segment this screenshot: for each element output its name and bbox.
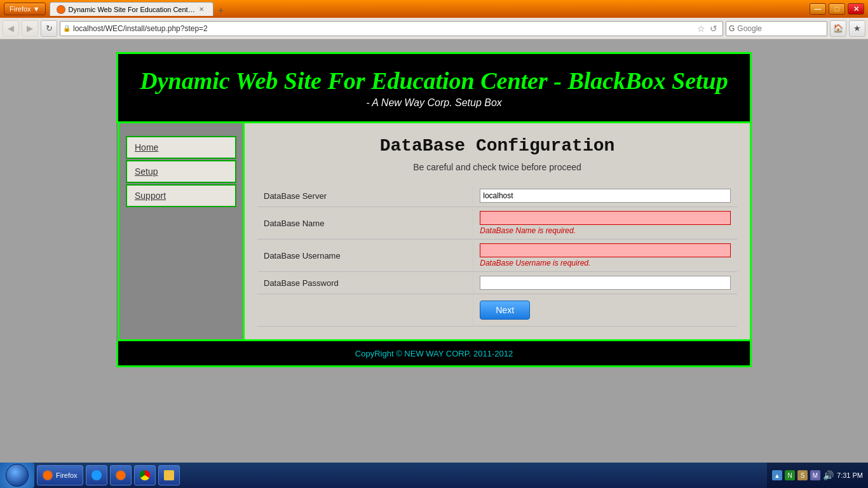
navbar: ◀ ▶ ↻ 🔒 ☆ ↺ G ▾ 🔍 🏠 ★ xyxy=(0,18,868,39)
site-main: Home Setup Support DataBase Configuratio… xyxy=(116,123,752,341)
username-label: DataBase Username xyxy=(257,240,473,272)
password-label: DataBase Password xyxy=(257,272,473,294)
table-row: Next xyxy=(257,294,737,327)
table-row: DataBase Name DataBase Name is required. xyxy=(257,207,737,240)
sidebar: Home Setup Support xyxy=(118,123,245,341)
tab-title: Dynamic Web Site For Education Center ..… xyxy=(69,6,196,13)
firefox2-icon xyxy=(116,470,126,480)
taskbar-ie-item[interactable] xyxy=(86,465,107,485)
firefox-icon xyxy=(43,470,53,480)
button-field: Next xyxy=(473,294,737,327)
title-bar-left: Firefox ▼ xyxy=(4,3,46,15)
sidebar-item-home[interactable]: Home xyxy=(126,136,236,159)
site-subtitle: - A New Way Corp. Setup Box xyxy=(137,97,731,109)
minimize-button[interactable]: — xyxy=(810,3,826,15)
clock-time: 7:31 PM xyxy=(837,471,863,480)
database-username-input[interactable] xyxy=(480,243,731,257)
maximize-button[interactable]: □ xyxy=(829,3,845,15)
firefox-menu-button[interactable]: Firefox ▼ xyxy=(4,3,46,15)
tray-icons: ▲ N S M 🔊 xyxy=(772,470,833,480)
taskbar-chrome-item[interactable] xyxy=(134,465,156,485)
system-clock: 7:31 PM xyxy=(837,471,863,480)
close-button[interactable]: ✕ xyxy=(848,3,864,15)
tray-icon-3: S xyxy=(797,470,808,480)
tray-icon-1: ▲ xyxy=(772,470,782,480)
browser-window: Firefox ▼ Dynamic Web Site For Education… xyxy=(0,0,868,463)
bookmarks-button[interactable]: ★ xyxy=(849,20,865,37)
database-password-input[interactable] xyxy=(480,276,731,290)
taskbar-firefox2-item[interactable] xyxy=(110,465,132,485)
new-tab-button[interactable]: + xyxy=(215,4,227,16)
bookmark-star-button[interactable]: ☆ xyxy=(695,22,707,35)
taskbar-firefox-item[interactable]: Firefox xyxy=(37,465,83,485)
page-subtitle: Be careful and check twice before procee… xyxy=(257,162,737,172)
start-orb xyxy=(6,464,29,487)
site-wrapper: Dynamic Web Site For Education Center - … xyxy=(116,52,752,367)
refresh-button[interactable]: ↻ xyxy=(41,20,57,37)
taskbar-folder-item[interactable] xyxy=(158,465,180,485)
taskbar-item-label: Firefox xyxy=(56,471,78,479)
site-footer: CopyRight © NEW WAY CORP. 2011-2012 xyxy=(116,341,752,367)
chrome-icon xyxy=(140,470,150,480)
server-field xyxy=(473,185,737,207)
ie-icon xyxy=(92,470,102,480)
tab-bar: Dynamic Web Site For Education Center ..… xyxy=(50,2,806,16)
tray-icon-4: M xyxy=(810,470,820,480)
taskbar-tray: ▲ N S M 🔊 7:31 PM xyxy=(767,463,868,488)
address-bar-container: 🔒 ☆ ↺ xyxy=(60,21,723,36)
window-controls: — □ ✕ xyxy=(810,3,864,15)
name-error-text: DataBase Name is required. xyxy=(480,226,731,235)
database-name-input[interactable] xyxy=(480,211,731,225)
page-title: DataBase Configuration xyxy=(257,136,737,156)
name-label: DataBase Name xyxy=(257,207,473,240)
username-error-text: DataBase Username is required. xyxy=(480,259,731,268)
copyright-text: CopyRight © NEW WAY CORP. 2011-2012 xyxy=(355,349,513,358)
back-button[interactable]: ◀ xyxy=(3,20,19,37)
password-field xyxy=(473,272,737,294)
search-box: G ▾ 🔍 xyxy=(726,21,827,36)
taskbar: Firefox ▲ N S M 🔊 7:31 PM xyxy=(0,463,868,488)
name-field: DataBase Name is required. xyxy=(473,207,737,240)
browser-tab-active[interactable]: Dynamic Web Site For Education Center ..… xyxy=(50,2,214,16)
address-bar[interactable] xyxy=(73,24,695,33)
address-icon: 🔒 xyxy=(63,25,71,32)
db-config-form: DataBase Server DataBase Name Da xyxy=(257,185,737,327)
server-label: DataBase Server xyxy=(257,185,473,207)
server-input[interactable] xyxy=(480,189,731,203)
tab-close-button[interactable]: ✕ xyxy=(199,6,207,13)
search-engine-icon: G xyxy=(729,24,735,33)
sidebar-item-setup[interactable]: Setup xyxy=(126,160,236,183)
title-bar: Firefox ▼ Dynamic Web Site For Education… xyxy=(0,0,868,18)
sidebar-item-support[interactable]: Support xyxy=(126,184,236,207)
forward-button[interactable]: ▶ xyxy=(22,20,38,37)
next-button[interactable]: Next xyxy=(480,301,530,320)
folder-icon xyxy=(164,470,174,480)
content-area: DataBase Configuration Be careful and ch… xyxy=(245,123,752,341)
site-header: Dynamic Web Site For Education Center - … xyxy=(116,52,752,123)
taskbar-items: Firefox xyxy=(34,465,767,485)
volume-icon[interactable]: 🔊 xyxy=(823,470,833,480)
table-row: DataBase Server xyxy=(257,185,737,207)
page-content: Dynamic Web Site For Education Center - … xyxy=(0,39,868,463)
button-label-empty xyxy=(257,294,473,327)
refresh-icon[interactable]: ↺ xyxy=(707,22,720,35)
home-button[interactable]: 🏠 xyxy=(830,20,846,37)
start-button[interactable] xyxy=(0,463,34,488)
site-title: Dynamic Web Site For Education Center - … xyxy=(137,67,731,95)
table-row: DataBase Username DataBase Username is r… xyxy=(257,240,737,272)
search-input[interactable] xyxy=(737,24,832,33)
username-field: DataBase Username is required. xyxy=(473,240,737,272)
tray-icon-2: N xyxy=(785,470,795,480)
table-row: DataBase Password xyxy=(257,272,737,294)
